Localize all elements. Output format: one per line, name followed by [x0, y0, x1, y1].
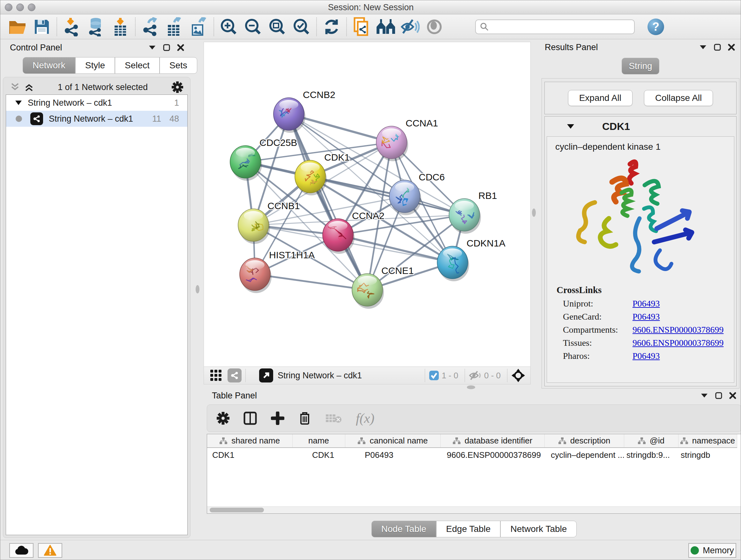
toolbar-search-field[interactable]: [475, 19, 635, 34]
crosslink-uniprot-link[interactable]: P06493: [632, 299, 660, 309]
cell-canonical-name[interactable]: P06493: [345, 448, 441, 462]
tab-sets[interactable]: Sets: [159, 57, 197, 74]
cell-name[interactable]: CDK1: [292, 448, 345, 462]
cell-database-identifier[interactable]: 9606.ENSP00000378699: [441, 448, 544, 462]
network-node-HIST1H1A[interactable]: [240, 258, 272, 293]
bottom-splitter-handle[interactable]: [467, 385, 475, 389]
float-panel-icon[interactable]: [715, 392, 722, 399]
zoom-in-button[interactable]: [217, 17, 241, 37]
column-header-shared-name[interactable]: shared name: [207, 434, 292, 448]
save-session-button[interactable]: [30, 17, 54, 37]
tab-network[interactable]: Network: [23, 57, 75, 74]
tab-style[interactable]: Style: [75, 57, 115, 74]
grid-view-icon[interactable]: [210, 369, 222, 382]
edge-HIST1H1A-CCNE1[interactable]: [255, 274, 367, 290]
close-panel-icon[interactable]: [728, 44, 735, 51]
network-node-CCNB2[interactable]: [273, 98, 306, 133]
left-splitter-handle[interactable]: [196, 285, 199, 294]
panel-menu-icon[interactable]: [148, 45, 156, 50]
collapse-all-icon[interactable]: [10, 82, 20, 92]
cloud-status-button[interactable]: [9, 543, 33, 558]
table-horizontal-scrollbar[interactable]: [207, 506, 741, 513]
import-network-database-button[interactable]: [84, 17, 108, 37]
network-node-CCNA1[interactable]: [376, 126, 408, 161]
memory-button[interactable]: Memory: [688, 543, 736, 558]
panel-menu-icon[interactable]: [700, 393, 708, 398]
show-home-button[interactable]: [374, 17, 398, 37]
zoom-out-button[interactable]: [241, 17, 265, 37]
column-header-name[interactable]: name: [292, 434, 345, 448]
cell-description[interactable]: cyclin–dependent ...: [544, 448, 624, 462]
crosslink-row: Uniprot: P06493: [563, 299, 734, 309]
tab-node-table[interactable]: Node Table: [372, 521, 436, 537]
column-header-database-identifier[interactable]: database identifier: [441, 434, 544, 448]
tab-edge-table[interactable]: Edge Table: [436, 521, 501, 537]
expand-all-icon[interactable]: [24, 82, 34, 92]
delete-column-trash-icon[interactable]: [298, 411, 311, 425]
show-columns-icon[interactable]: [244, 412, 257, 425]
float-panel-icon[interactable]: [163, 44, 170, 51]
crosslink-tissues-link[interactable]: 9606.ENSP00000378699: [632, 338, 724, 348]
selected-items-checkbox-icon[interactable]: [429, 370, 439, 381]
network-collection-row[interactable]: String Network – cdk1 1: [6, 95, 187, 111]
zoom-selected-button[interactable]: [289, 17, 314, 37]
column-header-id[interactable]: @id: [624, 434, 678, 448]
cell-shared-name[interactable]: CDK1: [207, 448, 292, 462]
network-options-gear-icon[interactable]: [172, 81, 183, 93]
column-header-canonical-name[interactable]: canonical name: [345, 434, 441, 448]
edge-CCNB2-CCNE1[interactable]: [289, 114, 367, 290]
float-panel-icon[interactable]: [714, 44, 721, 51]
graphics-detail-eye-icon: [426, 18, 443, 35]
table-row[interactable]: CDK1 CDK1 P06493 9606.ENSP00000378699 cy…: [207, 448, 737, 462]
tab-select[interactable]: Select: [115, 57, 159, 74]
tree-expander-icon[interactable]: [15, 100, 22, 105]
cell-id[interactable]: stringdb:9...: [624, 448, 678, 462]
hide-selected-button[interactable]: [398, 17, 422, 37]
network-row[interactable]: String Network – cdk1 11 48: [6, 111, 187, 127]
crosslink-compartments-link[interactable]: 9606.ENSP00000378699: [632, 325, 724, 335]
network-node-CDC25B[interactable]: [230, 145, 262, 181]
export-network-button[interactable]: [138, 17, 162, 37]
help-button[interactable]: ?: [648, 18, 664, 35]
update-network-button[interactable]: [320, 17, 344, 37]
protein-section-header[interactable]: CDK1: [545, 117, 736, 136]
warnings-button[interactable]: [38, 543, 62, 558]
crosslink-genecard-link[interactable]: P06493: [632, 312, 660, 322]
export-table-button[interactable]: [162, 17, 187, 37]
network-node-CDKN1A[interactable]: [437, 246, 469, 281]
expand-all-button[interactable]: Expand All: [568, 90, 632, 106]
cell-namespace[interactable]: stringdb: [678, 448, 737, 462]
hidden-items-eye-icon[interactable]: [469, 370, 482, 381]
collapse-all-button[interactable]: Collapse All: [644, 90, 713, 106]
network-node-CCNE1[interactable]: [352, 273, 384, 309]
table-options-gear-icon[interactable]: [217, 412, 229, 425]
export-image-button[interactable]: [187, 17, 211, 37]
panel-menu-icon[interactable]: [699, 45, 707, 50]
section-expander-icon[interactable]: [566, 124, 575, 129]
crosslink-pharos-link[interactable]: P06493: [632, 351, 660, 361]
scrollbar-thumb[interactable]: [210, 508, 264, 512]
search-input[interactable]: [489, 22, 623, 32]
create-column-plus-icon[interactable]: [271, 412, 284, 425]
tab-network-table[interactable]: Network Table: [500, 521, 577, 537]
close-panel-icon[interactable]: [177, 44, 184, 51]
import-network-file-button[interactable]: [60, 17, 84, 37]
column-header-namespace[interactable]: namespace: [678, 434, 737, 448]
show-graphics-details-button[interactable]: [422, 17, 447, 37]
close-panel-icon[interactable]: [729, 392, 736, 399]
network-node-CDK1[interactable]: [295, 160, 327, 195]
edge-CDK1-RB1[interactable]: [310, 177, 464, 215]
zoom-fit-button[interactable]: [265, 17, 289, 37]
column-tree-icon: [453, 437, 461, 445]
tab-string-results[interactable]: String: [622, 58, 659, 74]
fit-selected-crosshair-icon[interactable]: [511, 368, 525, 382]
open-session-button[interactable]: [5, 17, 30, 37]
network-node-RB1[interactable]: [449, 199, 481, 234]
clone-network-button[interactable]: [349, 17, 374, 37]
column-header-description[interactable]: description: [544, 434, 624, 448]
import-table-file-button[interactable]: [108, 17, 132, 37]
right-splitter-handle[interactable]: [532, 208, 536, 217]
string-view-icon[interactable]: [227, 368, 242, 382]
network-view-canvas[interactable]: CCNB2CCNA1CDC25BCDK1CDC6RB1CCNB1CCNA2CDK…: [204, 42, 531, 367]
birds-eye-view-icon[interactable]: [259, 368, 273, 382]
